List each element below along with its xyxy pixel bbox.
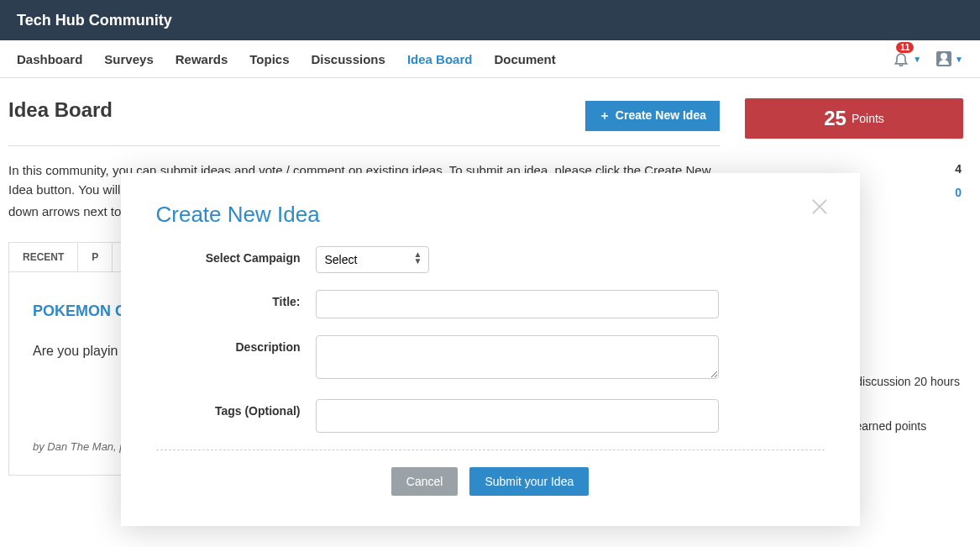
title-input[interactable]	[316, 290, 719, 318]
divider	[8, 145, 720, 146]
row-tags: Tags (Optional)	[156, 399, 825, 433]
page-title: Idea Board	[8, 98, 113, 122]
points-card: 25 Points	[745, 98, 963, 139]
label-title: Title:	[156, 290, 316, 308]
side-row-1-value: 4	[955, 162, 962, 176]
nav-topics[interactable]: Topics	[249, 52, 289, 66]
modal-divider	[156, 450, 825, 450]
nav-rewards[interactable]: Rewards	[176, 52, 228, 66]
tab-recent[interactable]: RECENT	[9, 243, 78, 271]
cancel-button[interactable]: Cancel	[391, 467, 459, 496]
modal-title: Create New Idea	[156, 202, 825, 228]
create-new-idea-button[interactable]: ＋Create New Idea	[585, 101, 720, 131]
chevron-down-icon: ▼	[955, 55, 963, 64]
tags-input[interactable]	[316, 399, 719, 433]
label-description: Description	[156, 335, 316, 354]
nav-left: Dashboard Surveys Rewards Topics Discuss…	[17, 52, 556, 66]
user-icon	[936, 51, 951, 66]
create-button-label: Create New Idea	[616, 108, 706, 122]
nav-surveys[interactable]: Surveys	[104, 52, 153, 66]
tab-second[interactable]: P	[78, 243, 113, 271]
close-icon	[808, 195, 831, 218]
nav-document[interactable]: Document	[494, 52, 555, 66]
modal-actions: Cancel Submit your Idea	[156, 467, 825, 496]
activity-2-rest: , earned points	[849, 419, 927, 433]
campaign-select-wrap: Select ▲▼	[316, 246, 429, 273]
app-title: Tech Hub Community	[17, 12, 172, 29]
label-campaign: Select Campaign	[156, 246, 316, 265]
side-row-2-value[interactable]: 0	[955, 186, 962, 199]
plus-icon: ＋	[599, 108, 611, 122]
nav-right: 11 ▼ ▼	[893, 50, 963, 67]
app-banner: Tech Hub Community	[0, 0, 980, 40]
label-tags: Tags (Optional)	[156, 399, 316, 418]
submit-button[interactable]: Submit your Idea	[469, 467, 589, 496]
description-textarea[interactable]	[316, 335, 719, 379]
title-row: Idea Board ＋Create New Idea	[8, 98, 720, 134]
points-value: 25	[824, 107, 846, 130]
create-idea-modal: Create New Idea Select Campaign Select ▲…	[121, 173, 860, 526]
nav-discussions[interactable]: Discussions	[312, 52, 385, 66]
close-button[interactable]	[808, 195, 831, 222]
user-menu-button[interactable]: ▼	[936, 51, 963, 66]
notifications-badge: 11	[896, 42, 914, 53]
bell-icon	[893, 50, 909, 67]
row-description: Description	[156, 335, 825, 382]
notifications-button[interactable]: 11 ▼	[893, 50, 921, 67]
nav-idea-board[interactable]: Idea Board	[407, 52, 473, 66]
nav-dashboard[interactable]: Dashboard	[17, 52, 82, 66]
points-label: Points	[852, 112, 884, 125]
main-nav: Dashboard Surveys Rewards Topics Discuss…	[0, 40, 980, 78]
campaign-select[interactable]: Select	[316, 246, 429, 273]
chevron-down-icon: ▼	[913, 55, 921, 64]
row-title: Title:	[156, 290, 825, 318]
row-campaign: Select Campaign Select ▲▼	[156, 246, 825, 273]
